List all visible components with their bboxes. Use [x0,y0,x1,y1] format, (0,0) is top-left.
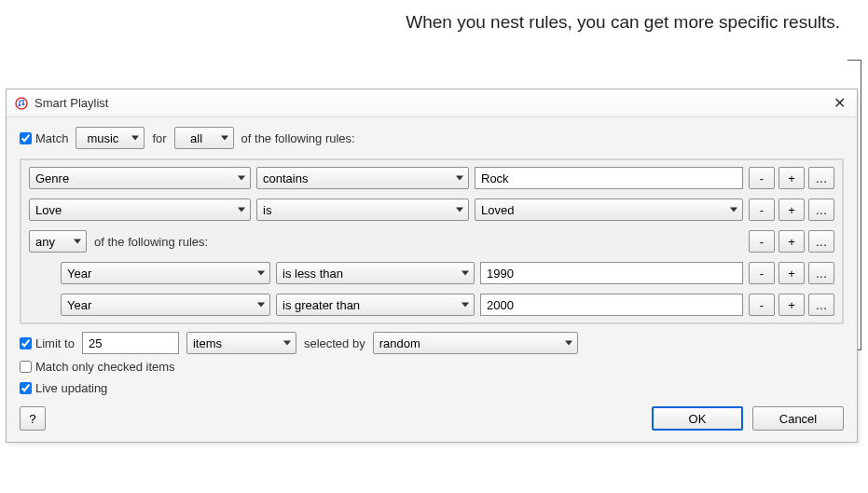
match-checkbox-input[interactable] [20,132,32,144]
remove-rule-button[interactable]: - [749,294,775,316]
nested-combine-select[interactable]: any [29,230,87,253]
more-rule-button[interactable]: … [808,167,834,189]
nested-rule-row: Year is less than - + … [23,257,840,289]
app-icon [14,96,29,111]
smart-playlist-dialog: Smart Playlist ✕ Match music for all of … [6,89,858,443]
add-rule-button[interactable]: + [778,167,805,189]
remove-rule-button[interactable]: - [749,262,775,284]
titlebar: Smart Playlist ✕ [7,89,857,117]
add-rule-button[interactable]: + [778,199,805,221]
remove-rule-button[interactable]: - [749,230,775,253]
rule-value-input[interactable] [480,262,743,284]
help-button[interactable]: ? [20,406,46,431]
add-rule-button[interactable]: + [778,230,805,253]
limit-row: Limit to items selected by random [20,332,844,354]
match-only-checked-checkbox[interactable]: Match only checked items [20,360,175,374]
nested-tail-label: of the following rules: [94,235,208,249]
more-rule-button[interactable]: … [808,230,834,253]
more-rule-button[interactable]: … [808,294,834,316]
rule-field-select[interactable]: Year [61,294,270,316]
limit-checkbox[interactable]: Limit to [20,336,75,350]
live-updating-checkbox[interactable]: Live updating [20,381,107,395]
match-row: Match music for all of the following rul… [20,127,844,149]
callout-annotation: When you nest rules, you can get more sp… [406,11,840,34]
remove-rule-button[interactable]: - [749,199,775,221]
rule-operator-select[interactable]: contains [256,167,469,189]
dialog-body: Match music for all of the following rul… [7,117,857,442]
match-checkbox[interactable]: Match [20,131,68,145]
scope-select[interactable]: all [174,127,234,149]
add-rule-button[interactable]: + [778,262,805,284]
close-button[interactable]: ✕ [830,94,849,112]
match-only-checked-label: Match only checked items [35,360,175,374]
more-rule-button[interactable]: … [808,262,834,284]
limit-label: Limit to [35,336,75,350]
rule-field-select[interactable]: Year [61,262,270,284]
rule-field-select[interactable]: Love [29,199,251,221]
callout-line [858,60,861,350]
svg-point-0 [16,98,27,109]
limit-value-input[interactable] [82,332,179,354]
selected-by-label: selected by [304,336,365,350]
nested-rule-row: Year is greater than - + … [23,289,840,321]
dialog-footer: ? OK Cancel [20,406,844,431]
rule-row: Love is Loved - + … [23,194,840,226]
limit-mode-select[interactable]: random [373,332,578,354]
live-updating-label: Live updating [35,381,107,395]
nested-rule-header: any of the following rules: - + … [23,226,840,257]
svg-point-2 [22,103,25,105]
more-rule-button[interactable]: … [808,199,834,221]
cancel-button[interactable]: Cancel [752,406,844,431]
rule-operator-select[interactable]: is greater than [276,294,475,316]
media-type-select[interactable]: music [76,127,145,149]
rule-row: Genre contains - + … [23,162,840,194]
rule-operator-select[interactable]: is less than [276,262,475,284]
rule-value-select[interactable]: Loved [475,199,743,221]
rule-value-input[interactable] [475,167,743,189]
match-label: Match [35,131,68,145]
svg-point-1 [19,103,21,106]
limit-unit-select[interactable]: items [186,332,296,354]
rules-panel: Genre contains - + … Love is Loved - + … [20,158,844,324]
remove-rule-button[interactable]: - [749,167,775,189]
add-rule-button[interactable]: + [778,294,805,316]
rules-tail-label: of the following rules: [241,131,355,145]
for-label: for [152,131,166,145]
limit-checkbox-input[interactable] [20,337,32,349]
dialog-title: Smart Playlist [34,96,830,110]
rule-field-select[interactable]: Genre [29,167,251,189]
match-only-checked-input[interactable] [20,361,32,373]
ok-button[interactable]: OK [652,406,743,431]
live-updating-input[interactable] [20,382,32,394]
rule-operator-select[interactable]: is [256,199,469,221]
rule-value-input[interactable] [480,294,743,316]
